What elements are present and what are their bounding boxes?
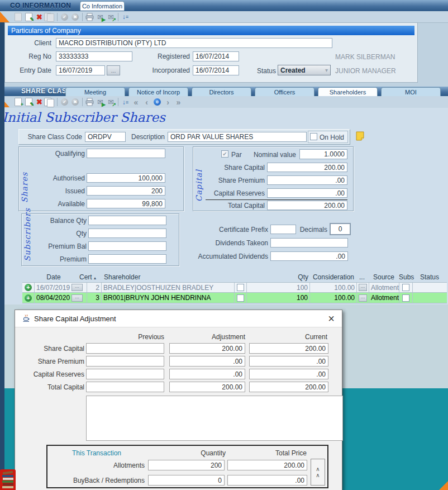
cert-cell[interactable]: 3 (87, 293, 102, 303)
tab-shareholders[interactable]: Shareholders (318, 87, 378, 97)
qualifying-field[interactable] (87, 149, 165, 158)
close-icon[interactable]: × (324, 311, 339, 326)
mail-receive-icon[interactable]: ✉▶ (95, 12, 106, 22)
spin-up-icon[interactable]: ∧ (316, 472, 320, 478)
detail-cell[interactable]: ... (357, 293, 369, 303)
expand-plus-icon[interactable]: + (25, 284, 32, 291)
dividends-takeon-field[interactable] (270, 238, 348, 248)
share-class-code-field[interactable]: ORDPV (85, 132, 126, 142)
date-browse-button[interactable]: ... (72, 294, 83, 302)
source-cell[interactable]: Allotment (369, 293, 399, 303)
allotments-quantity-field[interactable]: 200 (148, 460, 225, 470)
nav-next-icon[interactable]: › (163, 97, 173, 107)
premium-field[interactable] (88, 254, 166, 264)
description-field[interactable]: ORD PAR VALUE SHARES (168, 132, 307, 142)
total-capital-current-field[interactable]: 200.00 (249, 382, 328, 392)
notes-textarea[interactable] (86, 396, 343, 441)
allotments-price-field[interactable]: 200.00 (227, 460, 307, 470)
shareholder-cell[interactable]: BR001|BRUYN JOHN HENDRINNA (102, 293, 235, 303)
certificate-prefix-field[interactable] (270, 225, 296, 234)
capital-reserves-current-field[interactable]: .00 (249, 369, 328, 379)
par-checkbox[interactable]: ✔ (221, 150, 228, 158)
copy-record-icon[interactable] (45, 97, 55, 107)
mail-send-icon[interactable]: ✉↗ (106, 12, 116, 22)
detail-cell[interactable]: ... (357, 283, 369, 292)
note-icon[interactable] (356, 131, 364, 142)
capital-reserves-adjustment-field[interactable]: .00 (169, 369, 245, 379)
new-record-icon[interactable] (13, 12, 23, 22)
incorporated-field[interactable]: 16/07/2014 (193, 65, 239, 75)
status-dropdown[interactable]: Created ▾ (278, 65, 331, 75)
capital-reserves-field[interactable]: .00 (267, 188, 347, 198)
col-header-cert[interactable]: Cert ▴ (67, 273, 96, 281)
registered-field[interactable]: 16/07/2014 (193, 51, 239, 61)
new-record-icon[interactable]: + (13, 97, 23, 107)
authorised-field[interactable]: 100,000 (87, 173, 165, 183)
balance-qty-field[interactable] (88, 216, 166, 225)
qty-cell[interactable]: 100 (247, 283, 310, 292)
date-browse-button[interactable]: ... (72, 284, 83, 291)
status-cell[interactable] (413, 293, 447, 303)
nav-previous-icon[interactable]: ‹ (141, 97, 152, 107)
delete-record-icon[interactable]: ✖ (34, 97, 45, 107)
cancel-icon[interactable]: ✖ (70, 97, 80, 107)
tab-meeting[interactable]: Meeting (65, 87, 125, 97)
row-expand-cell[interactable]: + (22, 293, 35, 303)
available-field[interactable]: 99,800 (87, 199, 165, 208)
cancel-icon[interactable]: ✖ (70, 12, 80, 22)
col-header-subs[interactable]: Subs (399, 273, 413, 281)
col-header-shareholder[interactable]: Shareholder (104, 273, 140, 281)
mail-receive-icon[interactable]: ✉▶ (95, 97, 106, 107)
total-capital-adjustment-field[interactable]: 200.00 (169, 382, 245, 392)
copy-record-icon[interactable] (45, 12, 55, 22)
share-capital-previous-field[interactable] (86, 343, 164, 354)
client-field[interactable]: MACRO DISTRIBUTION (PTY) LTD (56, 38, 332, 48)
nav-first-icon[interactable]: « (131, 97, 141, 107)
buyback-price-field[interactable]: .00 (227, 475, 307, 486)
share-capital-adjustment-field[interactable]: 200.00 (169, 343, 245, 354)
spin-up-icon[interactable]: ∧ (316, 466, 320, 472)
flag-checkbox[interactable] (237, 294, 244, 302)
sort-icon[interactable]: ↓≡ (120, 12, 131, 22)
edit-record-icon[interactable]: ✎ (23, 12, 34, 22)
detail-browse-button[interactable]: ... (359, 294, 367, 302)
flag-checkbox[interactable] (237, 284, 244, 291)
consideration-cell[interactable]: 100.00 (310, 283, 357, 292)
accept-icon[interactable]: ✔ (59, 97, 70, 107)
premium-bal-field[interactable] (88, 241, 166, 251)
tab-directors[interactable]: Directors (192, 87, 251, 97)
share-premium-adjustment-field[interactable]: .00 (169, 356, 245, 367)
tab-moi[interactable]: MOI (381, 87, 441, 97)
library-books-icon[interactable] (0, 469, 16, 490)
subs-cell[interactable] (399, 283, 413, 292)
share-premium-field[interactable]: .00 (267, 175, 347, 185)
flag-cell[interactable] (235, 283, 247, 292)
detail-browse-button[interactable]: ... (359, 284, 367, 291)
source-cell[interactable]: Allotment (369, 283, 399, 292)
consideration-cell[interactable]: 100.00 (310, 293, 357, 303)
print-icon[interactable] (84, 97, 95, 107)
share-premium-current-field[interactable]: .00 (249, 356, 328, 367)
share-capital-current-field[interactable]: 200.00 (249, 343, 328, 354)
col-header-source[interactable]: Source (369, 273, 399, 281)
col-header-consideration[interactable]: Consideration (306, 273, 354, 281)
nominal-value-field[interactable]: 1.0000 (299, 149, 347, 159)
subs-cell[interactable] (399, 293, 413, 303)
decimals-field[interactable]: 0 (330, 223, 351, 235)
row-expand-cell[interactable]: + (22, 283, 35, 292)
record-info-icon[interactable]: 0 (152, 97, 163, 107)
col-header-dots[interactable]: ... (355, 273, 369, 281)
delete-record-icon[interactable]: ✖ (34, 12, 45, 22)
col-header-qty[interactable]: Qty (261, 273, 308, 281)
sort-icon[interactable]: ↓≡ (120, 97, 131, 107)
capital-reserves-previous-field[interactable] (86, 369, 164, 379)
qty-cell[interactable]: 100 (247, 293, 310, 303)
expand-plus-icon[interactable]: + (25, 294, 32, 302)
nav-last-icon[interactable]: » (173, 97, 184, 107)
table-row[interactable]: + 16/07/2019... 2 BRADLEY|OOSTHUIZEN BRA… (22, 282, 447, 293)
table-row-selected[interactable]: + 08/04/2020... 3 BR001|BRUYN JOHN HENDR… (22, 293, 447, 303)
subs-checkbox[interactable] (402, 294, 409, 302)
entry-date-browse-button[interactable]: ... (107, 65, 120, 75)
date-cell[interactable]: 08/04/2020... (35, 293, 87, 303)
shareholder-cell[interactable]: BRADLEY|OOSTHUIZEN BRADLEY (102, 283, 235, 292)
